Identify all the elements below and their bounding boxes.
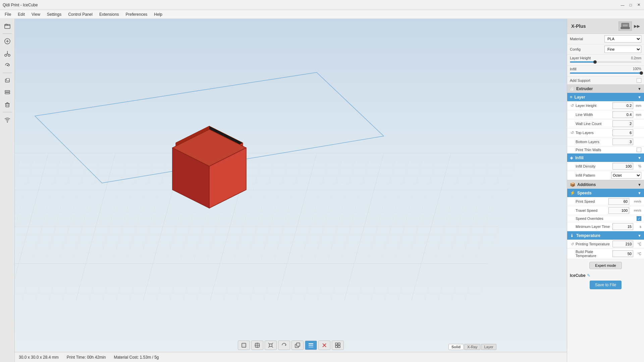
layers-button[interactable] <box>2 87 13 98</box>
object-rotate-button[interactable] <box>278 341 290 350</box>
infill-fill <box>570 72 641 74</box>
solid-view-button[interactable]: Solid <box>448 344 464 350</box>
layer-height-track[interactable] <box>570 61 641 63</box>
arrange-button[interactable] <box>332 341 344 350</box>
icecube-edit-icon[interactable]: ✎ <box>587 273 590 278</box>
svg-rect-48 <box>309 347 313 348</box>
layer-section-header[interactable]: ≡ Layer ▼ <box>567 93 644 101</box>
xray-view-button[interactable]: X-Ray <box>464 344 481 350</box>
layer-view-bottom-button[interactable] <box>305 341 317 350</box>
svg-point-9 <box>7 65 8 66</box>
layer-height-slider-row: Layer Height 0.2mm <box>567 55 644 66</box>
speed-overrides-checkbox[interactable]: ✓ <box>637 216 641 221</box>
open-folder-button[interactable] <box>2 21 13 32</box>
menu-preferences[interactable]: Preferences <box>122 11 151 17</box>
material-select[interactable]: PLA ABS PETG <box>604 35 641 43</box>
menu-view[interactable]: View <box>28 11 44 17</box>
viewport[interactable]: 30.0 x 30.0 x 28.4 mm Print Time: 00h 42… <box>15 19 567 362</box>
menu-help[interactable]: Help <box>151 11 166 17</box>
print-thin-walls-checkbox[interactable] <box>637 147 641 152</box>
menu-edit[interactable]: Edit <box>14 11 28 17</box>
print-speed-unit: mm/s <box>629 200 641 203</box>
extruder-section-header[interactable]: 🖨 Extruder ▼ <box>567 84 644 93</box>
save-to-file-button[interactable]: Save to File <box>590 281 622 289</box>
grid-background <box>15 19 567 362</box>
printing-temp-reset-icon[interactable]: ↺ <box>570 242 575 246</box>
printer-thumbnail <box>619 21 632 31</box>
temperature-section-label: Temperature <box>576 233 636 238</box>
svg-point-5 <box>8 54 10 56</box>
toolbar-separator-3 <box>3 112 12 112</box>
object-select-button[interactable] <box>238 341 250 350</box>
speeds-section-header[interactable]: ⚡ Speeds ▼ <box>567 189 644 197</box>
rotate-button[interactable] <box>2 60 13 71</box>
icecube-label: IceCube <box>570 273 586 278</box>
expert-mode-container: Expert mode <box>567 259 644 272</box>
svg-rect-52 <box>338 343 340 345</box>
delete-object-button[interactable] <box>318 341 330 350</box>
add-button[interactable] <box>2 36 13 47</box>
layer-height-input[interactable] <box>612 102 633 109</box>
view-labels: Solid X-Ray Layer <box>448 344 496 350</box>
add-support-checkbox[interactable] <box>637 78 641 83</box>
layer-height-reset-icon[interactable]: ↺ <box>570 103 575 108</box>
infill-pattern-select[interactable]: Octet Grid Lines Triangles <box>611 172 641 179</box>
temperature-section-arrow: ▼ <box>638 234 641 238</box>
object-scale-button[interactable] <box>265 341 277 350</box>
svg-rect-34 <box>242 343 246 347</box>
print-speed-input[interactable] <box>608 198 629 205</box>
print-thin-walls-label: Print Thin Walls <box>576 148 637 152</box>
view-3d-button[interactable] <box>2 75 13 86</box>
infill-section-header[interactable]: ◈ Infill ▼ <box>567 154 644 162</box>
config-select[interactable]: Fine Normal Draft <box>604 46 641 53</box>
object-clone-button[interactable] <box>291 341 304 350</box>
menu-extensions[interactable]: Extensions <box>96 11 122 17</box>
speeds-section-arrow: ▼ <box>638 191 641 195</box>
extruder-section-label: Extruder <box>576 86 636 91</box>
panel-title: X-Plus <box>571 23 586 29</box>
bottom-layers-input[interactable] <box>612 138 633 145</box>
wall-line-count-input[interactable] <box>612 120 633 127</box>
main-layout: 30.0 x 30.0 x 28.4 mm Print Time: 00h 42… <box>0 19 644 362</box>
temperature-section-header[interactable]: 🌡 Temperature ▼ <box>567 231 644 240</box>
panel-expand-arrow[interactable]: ▶▶ <box>634 24 640 28</box>
close-button[interactable]: ✕ <box>636 2 641 8</box>
printing-temp-input[interactable] <box>612 241 633 247</box>
cut-button[interactable] <box>2 48 13 59</box>
window-controls: — □ ✕ <box>620 2 641 8</box>
svg-rect-51 <box>335 343 337 345</box>
expert-mode-button[interactable]: Expert mode <box>589 262 622 269</box>
infill-pattern-label: Infill Pattern <box>576 173 611 177</box>
min-layer-time-input[interactable] <box>612 223 633 230</box>
delete-button[interactable] <box>2 99 13 110</box>
layer-height-thumb[interactable] <box>593 60 597 64</box>
object-move-button[interactable] <box>251 341 263 350</box>
top-layers-field-row: ↺ Top Layers <box>567 128 644 137</box>
additions-icon: 📦 <box>570 182 575 187</box>
additions-section-arrow: ▼ <box>638 183 641 187</box>
maximize-button[interactable]: □ <box>628 2 633 8</box>
status-bar: 30.0 x 30.0 x 28.4 mm Print Time: 00h 42… <box>15 352 567 362</box>
layer-icon: ≡ <box>570 95 573 100</box>
build-plate-temp-input[interactable] <box>612 250 633 257</box>
travel-speed-input[interactable] <box>608 207 629 214</box>
print-speed-label: Print Speed <box>576 199 608 203</box>
menu-file[interactable]: File <box>1 11 14 17</box>
save-container: Save to File <box>567 279 644 293</box>
menu-settings[interactable]: Settings <box>44 11 65 17</box>
extruder-section-arrow: ▼ <box>638 87 641 91</box>
infill-thumb[interactable] <box>640 71 643 75</box>
infill-slider-value: 100% <box>633 67 641 71</box>
top-layers-reset-icon[interactable]: ↺ <box>570 130 575 135</box>
minimize-button[interactable]: — <box>620 2 625 8</box>
top-layers-input[interactable] <box>612 129 633 136</box>
wifi-button[interactable] <box>2 114 13 125</box>
line-width-input[interactable] <box>612 111 633 118</box>
infill-track[interactable] <box>570 72 641 74</box>
layer-section-arrow: ▼ <box>638 95 641 99</box>
layer-view-button[interactable]: Layer <box>481 344 496 350</box>
menu-control-panel[interactable]: Control Panel <box>65 11 96 17</box>
additions-section-header[interactable]: 📦 Additions ▼ <box>567 180 644 189</box>
infill-density-label: Infill Density <box>576 164 612 168</box>
infill-density-input[interactable] <box>612 163 633 170</box>
